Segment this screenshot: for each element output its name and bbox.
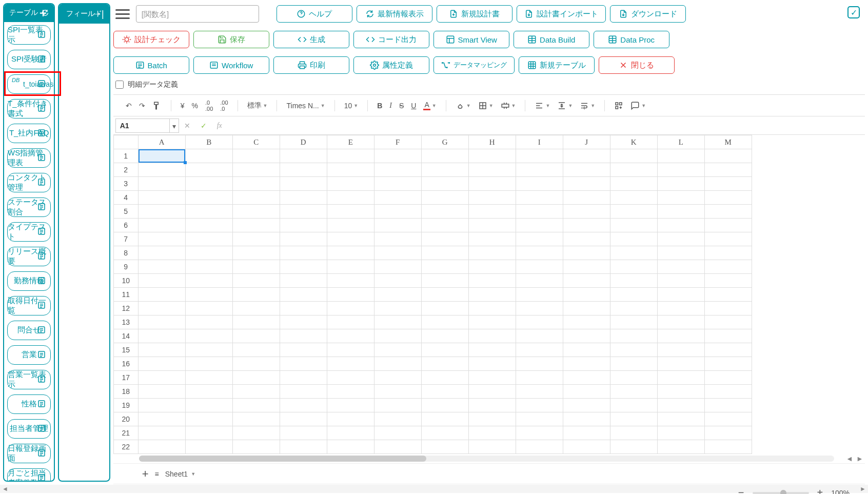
cell[interactable]	[704, 232, 752, 246]
cell[interactable]	[610, 163, 657, 177]
cell[interactable]	[327, 426, 374, 440]
cell[interactable]	[610, 412, 657, 426]
cell[interactable]	[657, 219, 704, 232]
top-right-check-icon[interactable]: ✓	[847, 6, 860, 18]
percent-icon[interactable]: %	[192, 102, 198, 110]
cell[interactable]	[516, 357, 563, 371]
cell[interactable]	[421, 329, 468, 343]
cell[interactable]	[516, 399, 563, 412]
scroll-left-icon[interactable]: ◄	[844, 455, 855, 463]
smart-view-button[interactable]: Smart View	[433, 31, 509, 48]
table-item[interactable]: ステータス割合	[7, 197, 51, 217]
cell[interactable]	[563, 163, 610, 177]
cell[interactable]	[468, 205, 516, 219]
cell[interactable]	[704, 274, 752, 288]
cell[interactable]	[421, 163, 468, 177]
table-item[interactable]: WS指摘管理表	[7, 148, 51, 168]
row-header[interactable]: 15	[113, 343, 138, 357]
cell[interactable]	[468, 232, 516, 246]
detail-icon[interactable]	[37, 251, 46, 262]
detail-data-checkbox[interactable]	[115, 81, 124, 89]
cell[interactable]	[610, 302, 657, 315]
cell[interactable]	[657, 426, 704, 440]
cell[interactable]	[185, 385, 232, 399]
cell[interactable]	[421, 149, 468, 163]
insert-icon[interactable]	[614, 101, 623, 110]
cell[interactable]	[468, 246, 516, 260]
row-header[interactable]: 19	[113, 399, 138, 412]
import-button[interactable]: 設計書インポート	[517, 5, 606, 23]
cell[interactable]	[374, 232, 421, 246]
bold-icon[interactable]: B	[377, 102, 382, 110]
cell[interactable]	[280, 343, 327, 357]
cell[interactable]	[138, 412, 185, 426]
col-header[interactable]: H	[468, 135, 516, 149]
detail-icon[interactable]	[37, 276, 46, 287]
cell[interactable]	[468, 426, 516, 440]
cell[interactable]	[516, 440, 563, 454]
cell[interactable]	[704, 191, 752, 205]
cell[interactable]	[232, 205, 280, 219]
cell[interactable]	[185, 302, 232, 315]
cancel-formula-icon[interactable]: ✕	[179, 122, 195, 130]
cell[interactable]	[232, 302, 280, 315]
cell[interactable]	[704, 385, 752, 399]
cell[interactable]	[563, 177, 610, 191]
cell[interactable]	[610, 399, 657, 412]
cell[interactable]	[138, 260, 185, 274]
cell[interactable]	[280, 246, 327, 260]
cell[interactable]	[327, 260, 374, 274]
cell[interactable]	[185, 399, 232, 412]
cell[interactable]	[468, 149, 516, 163]
cell[interactable]	[563, 385, 610, 399]
cell[interactable]	[704, 357, 752, 371]
cell[interactable]	[232, 371, 280, 385]
cell[interactable]	[327, 440, 374, 454]
cell[interactable]	[232, 163, 280, 177]
cell[interactable]	[421, 357, 468, 371]
detail-icon[interactable]	[37, 301, 46, 311]
cell[interactable]	[280, 149, 327, 163]
col-header[interactable]: F	[374, 135, 421, 149]
halign-icon[interactable]: ▼	[535, 101, 550, 110]
row-header[interactable]: 4	[113, 191, 138, 205]
cell[interactable]	[468, 274, 516, 288]
cell[interactable]	[704, 288, 752, 302]
name-box[interactable]: A1	[115, 118, 170, 133]
zoom-slider[interactable]	[753, 492, 809, 494]
cell[interactable]	[468, 288, 516, 302]
cell[interactable]	[232, 426, 280, 440]
cell[interactable]	[657, 371, 704, 385]
cell[interactable]	[232, 315, 280, 329]
wrap-icon[interactable]: ▼	[580, 101, 595, 110]
collapse-icon[interactable]: →|	[92, 9, 104, 19]
cell[interactable]	[563, 371, 610, 385]
cell[interactable]	[138, 385, 185, 399]
cell[interactable]	[563, 315, 610, 329]
cell[interactable]	[468, 412, 516, 426]
data-build-button[interactable]: Data Build	[514, 31, 589, 48]
cell[interactable]	[374, 219, 421, 232]
valign-icon[interactable]: ▼	[557, 101, 573, 110]
cell[interactable]	[421, 426, 468, 440]
cell[interactable]	[327, 288, 374, 302]
col-header[interactable]: B	[185, 135, 232, 149]
generate-button[interactable]: 生成	[273, 31, 349, 48]
cell[interactable]	[657, 205, 704, 219]
cell[interactable]	[138, 177, 185, 191]
cell[interactable]	[563, 343, 610, 357]
cell[interactable]	[280, 371, 327, 385]
sheet-tab[interactable]: Sheet1 ▼	[165, 470, 195, 478]
cell[interactable]	[374, 412, 421, 426]
cell[interactable]	[374, 357, 421, 371]
cell[interactable]	[704, 315, 752, 329]
cell[interactable]	[563, 191, 610, 205]
cell[interactable]	[421, 260, 468, 274]
cell[interactable]	[610, 288, 657, 302]
cell[interactable]	[327, 343, 374, 357]
col-header[interactable]: J	[563, 135, 610, 149]
strike-icon[interactable]: S	[399, 102, 404, 110]
cell[interactable]	[516, 329, 563, 343]
row-header[interactable]: 22	[113, 440, 138, 454]
row-header[interactable]: 1	[113, 149, 138, 163]
